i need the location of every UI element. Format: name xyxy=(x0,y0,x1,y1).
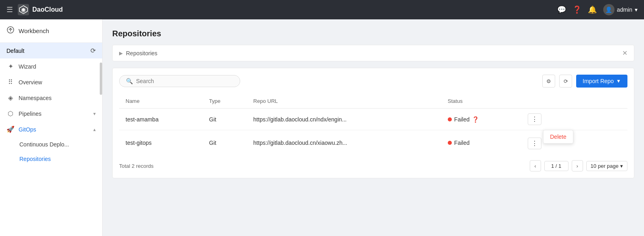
username: admin xyxy=(617,6,632,13)
repositories-table: Name Type Repo URL Status test-amamba Gi… xyxy=(119,94,627,155)
refresh-icon: ⟳ xyxy=(564,78,568,84)
row-actions: ⋮ Delete xyxy=(521,130,627,156)
next-page-button[interactable]: › xyxy=(572,160,583,171)
breadcrumb-bar: ▶ Repositories ✕ xyxy=(112,45,634,61)
delete-context-menu: Delete xyxy=(543,130,573,144)
svg-point-3 xyxy=(22,8,25,11)
avatar: 👤 xyxy=(603,4,615,15)
sidebar-item-label: Wizard xyxy=(19,63,96,70)
menu-icon[interactable]: ☰ xyxy=(6,5,13,14)
sidebar-item-label: Continuous Deplo... xyxy=(19,141,96,148)
import-dropdown-icon: ▼ xyxy=(616,78,621,84)
table-row: test-gitops Git https://gitlab.daocloud.… xyxy=(119,130,627,156)
wizard-icon: ✦ xyxy=(6,63,15,70)
search-box[interactable]: 🔍 xyxy=(119,75,240,87)
sidebar: Workbench Default ⟳ ✦ Wizard ⠿ Overview … xyxy=(0,19,103,236)
sidebar-item-label: Pipelines xyxy=(19,111,89,117)
breadcrumb-expand-icon[interactable]: ▶ xyxy=(119,50,123,56)
breadcrumb-close-icon[interactable]: ✕ xyxy=(622,49,627,57)
repo-status: Failed ❓ xyxy=(441,109,522,130)
breadcrumb-label: Repositories xyxy=(126,50,157,56)
col-url: Repo URL xyxy=(247,94,441,109)
settings-button[interactable]: ⚙ xyxy=(542,75,555,88)
table-row: test-amamba Git https://gitlab.daocloud.… xyxy=(119,109,627,130)
total-records: Total 2 records xyxy=(119,163,153,169)
col-status: Status xyxy=(441,94,522,109)
sidebar-item-namespaces[interactable]: ◈ Namespaces xyxy=(0,90,102,106)
gitops-arrow-icon: ▴ xyxy=(93,127,96,132)
content-card: 🔍 ⚙ ⟳ Import Repo ▼ xyxy=(112,68,634,178)
page-title: Repositories xyxy=(112,29,634,38)
col-type: Type xyxy=(203,94,247,109)
help-icon[interactable]: ❓ xyxy=(573,5,581,14)
repo-type: Git xyxy=(203,109,247,130)
workbench-icon xyxy=(6,26,15,36)
breadcrumb: ▶ Repositories xyxy=(119,50,157,56)
more-options-button[interactable]: ⋮ xyxy=(528,138,541,149)
sidebar-item-gitops[interactable]: 🚀 GitOps ▴ xyxy=(0,121,102,137)
overview-icon: ⠿ xyxy=(6,78,15,86)
gitops-icon: 🚀 xyxy=(6,125,15,133)
pipelines-arrow-icon: ▾ xyxy=(93,111,96,117)
status-text: Failed xyxy=(454,116,470,123)
sidebar-item-overview[interactable]: ⠿ Overview xyxy=(0,74,102,90)
sidebar-item-label: Namespaces xyxy=(19,95,96,101)
sidebar-item-repositories[interactable]: Repositories xyxy=(0,152,102,166)
col-name: Name xyxy=(119,94,203,109)
pagination-row: Total 2 records ‹ › 10 per page ▾ xyxy=(119,155,627,171)
navbar: ☰ DaoCloud 💬 ❓ 🔔 👤 admin ▾ xyxy=(0,0,644,19)
search-icon: 🔍 xyxy=(126,78,133,84)
toolbar: 🔍 ⚙ ⟳ Import Repo ▼ xyxy=(119,75,627,88)
more-options-button[interactable]: ⋮ xyxy=(528,113,541,125)
repo-name: test-gitops xyxy=(119,130,203,156)
sidebar-item-label: Overview xyxy=(19,79,96,86)
layout: Workbench Default ⟳ ✦ Wizard ⠿ Overview … xyxy=(0,19,644,236)
per-page-dropdown-icon: ▾ xyxy=(620,163,623,169)
sidebar-item-label: GitOps xyxy=(19,126,89,133)
main-content: Repositories ▶ Repositories ✕ 🔍 ⚙ xyxy=(103,19,644,236)
refresh-button[interactable]: ⟳ xyxy=(559,75,572,88)
sidebar-workbench[interactable]: Workbench xyxy=(0,19,102,43)
import-repo-button[interactable]: Import Repo ▼ xyxy=(576,75,627,88)
delete-label[interactable]: Delete xyxy=(550,134,566,140)
sidebar-item-label: Repositories xyxy=(19,156,96,162)
repo-url: https://gitlab.daocloud.cn/xiaowu.zh... xyxy=(247,130,441,156)
repo-url: https://gitlab.daocloud.cn/ndx/engin... xyxy=(247,109,441,130)
sidebar-item-continuous-deploy[interactable]: Continuous Deplo... xyxy=(0,137,102,152)
status-dot xyxy=(448,117,452,121)
pagination-controls: ‹ › 10 per page ▾ xyxy=(530,160,627,171)
import-repo-label: Import Repo xyxy=(583,78,614,84)
brand-name: DaoCloud xyxy=(32,6,63,13)
settings-icon: ⚙ xyxy=(546,78,551,84)
user-menu[interactable]: 👤 admin ▾ xyxy=(603,4,638,15)
pipelines-icon: ⬡ xyxy=(6,110,15,117)
sidebar-default-row[interactable]: Default ⟳ xyxy=(0,43,102,58)
row-actions: ⋮ xyxy=(521,109,627,130)
prev-page-button[interactable]: ‹ xyxy=(530,160,541,171)
brand-logo: DaoCloud xyxy=(18,4,63,15)
repo-status: Failed xyxy=(441,130,522,156)
search-input[interactable] xyxy=(136,78,233,84)
sidebar-item-wizard[interactable]: ✦ Wizard xyxy=(0,58,102,74)
page-input[interactable] xyxy=(544,161,568,171)
per-page-label: 10 per page xyxy=(591,163,619,169)
repo-name: test-amamba xyxy=(119,109,203,130)
default-label: Default xyxy=(6,48,24,54)
user-dropdown-icon: ▾ xyxy=(635,6,638,13)
bell-icon[interactable]: 🔔 xyxy=(588,5,597,14)
repo-type: Git xyxy=(203,130,247,156)
status-dot xyxy=(448,141,452,145)
help-icon[interactable]: ❓ xyxy=(472,116,479,123)
navbar-right: 💬 ❓ 🔔 👤 admin ▾ xyxy=(557,4,638,15)
sidebar-item-pipelines[interactable]: ⬡ Pipelines ▾ xyxy=(0,106,102,121)
toolbar-right: ⚙ ⟳ Import Repo ▼ xyxy=(542,75,627,88)
workbench-label: Workbench xyxy=(19,27,49,34)
status-text: Failed xyxy=(454,140,470,146)
col-actions xyxy=(521,94,627,109)
chat-icon[interactable]: 💬 xyxy=(557,5,566,14)
per-page-select[interactable]: 10 per page ▾ xyxy=(586,161,627,171)
sidebar-refresh-icon[interactable]: ⟳ xyxy=(90,47,96,54)
namespaces-icon: ◈ xyxy=(6,94,15,102)
logo-icon xyxy=(18,4,29,15)
